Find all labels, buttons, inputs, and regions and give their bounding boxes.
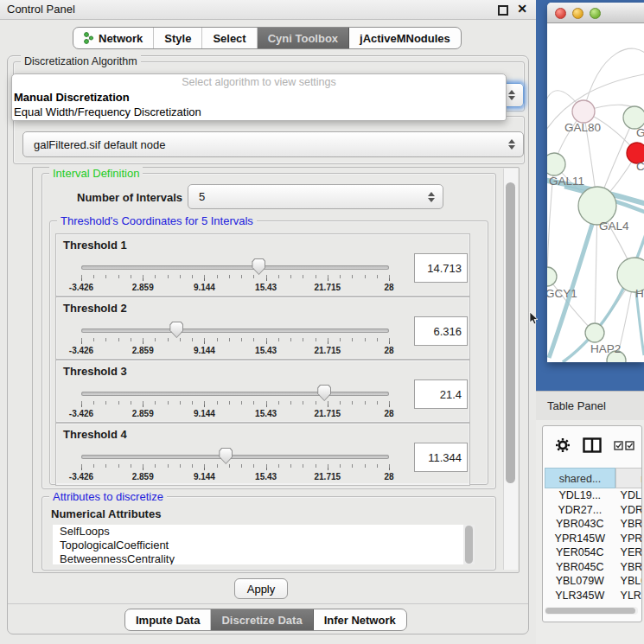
checkbox-icon[interactable] [625,441,634,450]
table-cell[interactable]: YBR045C [545,560,615,575]
table-horizontal-scrollbar[interactable] [545,607,638,615]
table-row[interactable]: YBL079WYBL079W [545,574,642,589]
network-window-titlebar[interactable] [547,3,644,23]
table-cell[interactable]: YDL19 [615,488,642,503]
table-cell[interactable]: YBR043C [615,517,642,532]
table-row[interactable]: YIL052CYIL052C [545,603,642,604]
settings-scrollpane: Interval Definition Number of Intervals … [32,167,520,573]
scrollbar-thumb[interactable] [465,526,473,564]
checkbox-icon[interactable] [614,441,623,450]
slider-thumb-icon[interactable] [169,322,183,338]
table-cell[interactable]: YBR043C [545,517,615,532]
tab-cyni-toolbox[interactable]: Cyni Toolbox [258,28,349,48]
split-pane-icon[interactable] [583,437,602,453]
table-cell[interactable]: YLR345W [615,589,642,603]
tab-network[interactable]: Network [73,28,154,48]
threshold-slider[interactable]: -3.4262.8599.14415.4321.71528 [81,257,389,295]
slider-minor-ticks [81,464,390,468]
number-of-intervals-value: 5 [199,190,205,203]
apply-button[interactable]: Apply [234,578,288,599]
table-cell[interactable]: YDR27... [545,503,615,518]
threshold-slider[interactable]: -3.4262.8599.14415.4321.71528 [81,320,389,358]
network-canvas-svg: GAL80GCGAL11GAL4GCY1HHAP2 [547,22,644,362]
table-cell[interactable]: YDL19... [545,488,615,503]
tab-jactivemnodules[interactable]: jActiveMNodules [349,28,461,48]
dropdown-hint-item[interactable]: Select algorithm to view settings [12,74,506,90]
table-cell[interactable]: YBL079W [545,574,615,589]
tab-discretize-data[interactable]: Discretize Data [211,609,313,630]
attribute-list-item[interactable]: TopologicalCoefficient [53,539,475,552]
threshold-label: Threshold 2 [63,302,127,315]
close-traffic-light-icon[interactable] [555,8,566,19]
threshold-slider[interactable]: -3.4262.8599.14415.4321.71528 [81,446,389,484]
table-row[interactable]: YDL19...YDL19 [545,488,642,503]
numerical-attributes-list[interactable]: SelfLoopsTopologicalCoefficientBetweenne… [53,525,475,564]
zoom-traffic-light-icon[interactable] [590,8,601,19]
threshold-box: Threshold 4 -3.4262.8599.14415.4321.7152… [55,423,470,486]
tab-select[interactable]: Select [202,28,257,48]
network-view-frame: GAL80GCGAL11GAL4GCY1HHAP2 [536,0,644,391]
close-icon[interactable]: ✕ [517,2,527,16]
threshold-label: Threshold 3 [63,365,127,378]
slider-thumb-icon[interactable] [317,385,331,401]
table-cell[interactable]: YER054C [615,545,642,560]
combo-arrows-icon [428,192,435,202]
network-window[interactable]: GAL80GCGAL11GAL4GCY1HHAP2 [547,3,644,362]
float-window-icon[interactable] [498,5,508,16]
column-header-name[interactable]: name [615,468,642,488]
number-of-intervals-combobox[interactable]: 5 [188,184,443,209]
threshold-value-field[interactable]: 14.713 [414,253,468,283]
threshold-value-field[interactable]: 6.316 [414,316,468,346]
tab-infer-network[interactable]: Infer Network [314,609,406,630]
attribute-list-item[interactable]: SelfLoops [53,525,475,539]
slider-thumb-icon[interactable] [252,258,265,275]
tab-style[interactable]: Style [154,28,202,48]
slider-track[interactable] [81,392,389,396]
table-cell[interactable]: YPR145W [615,532,642,546]
minimize-traffic-light-icon[interactable] [572,8,583,19]
table-row[interactable]: YER054CYER054C [545,545,642,560]
table-row[interactable]: YLR345WYLR345W [545,589,642,603]
slider-thumb-icon[interactable] [219,448,233,464]
table-cell[interactable]: YDR27 [615,503,642,518]
table-cell[interactable]: YIL052C [545,603,615,604]
threshold-slider[interactable]: -3.4262.8599.14415.4321.71528 [81,383,389,421]
table-row[interactable]: YDR27...YDR27 [545,503,642,518]
group-title: Attributes to discretize [49,490,167,503]
table-panel-title: Table Panel [547,399,606,412]
slider-track[interactable] [81,455,389,459]
threshold-value-field[interactable]: 21.4 [414,379,468,409]
table-cell[interactable]: YLR345W [545,589,615,603]
scrollbar-thumb[interactable] [545,608,635,614]
table-cell[interactable]: YIL052C [615,603,642,604]
scrollbar-thumb[interactable] [506,182,515,483]
network-node[interactable] [547,153,565,175]
table-row[interactable]: YBR043CYBR043C [545,517,642,532]
table-cell[interactable]: YBR045C [615,560,642,575]
dropdown-option-manual-discretization[interactable]: Manual Discretization [12,90,506,105]
dropdown-option-equal-width[interactable]: Equal Width/Frequency Discretization [12,105,506,119]
gear-icon[interactable] [555,437,571,453]
network-node[interactable] [547,267,557,286]
column-header-shared-name[interactable]: shared... [545,468,615,488]
settings-vertical-scrollbar[interactable] [503,169,518,570]
table-cell[interactable]: YER054C [545,545,615,560]
network-canvas[interactable]: GAL80GCGAL11GAL4GCY1HHAP2 [547,22,644,362]
control-panel-tabbar: Network Style Select Cyni Toolbox jActiv… [73,27,462,49]
slider-track[interactable] [81,328,389,333]
table-cell[interactable]: YPR145W [545,532,615,546]
network-node[interactable] [585,323,604,342]
attributes-scrollbar[interactable] [463,525,475,564]
table-data-combobox[interactable]: galFiltered.sif default node [22,131,524,157]
table-row[interactable]: YBR045CYBR045C [545,560,642,575]
tab-impute-data[interactable]: Impute Data [125,609,211,630]
network-node[interactable] [572,100,595,123]
slider-tick-labels: -3.4262.8599.14415.4321.71528 [81,472,389,483]
attribute-list-item[interactable]: BetweennessCentrality [53,552,475,564]
tab-label: Style [164,32,191,45]
table-row[interactable]: YPR145WYPR145W [545,532,642,546]
number-of-intervals-label: Number of Intervals [77,191,182,204]
table-cell[interactable]: YBL079W [615,574,642,589]
threshold-value-field[interactable]: 11.344 [414,443,468,472]
slider-track[interactable] [81,265,389,270]
